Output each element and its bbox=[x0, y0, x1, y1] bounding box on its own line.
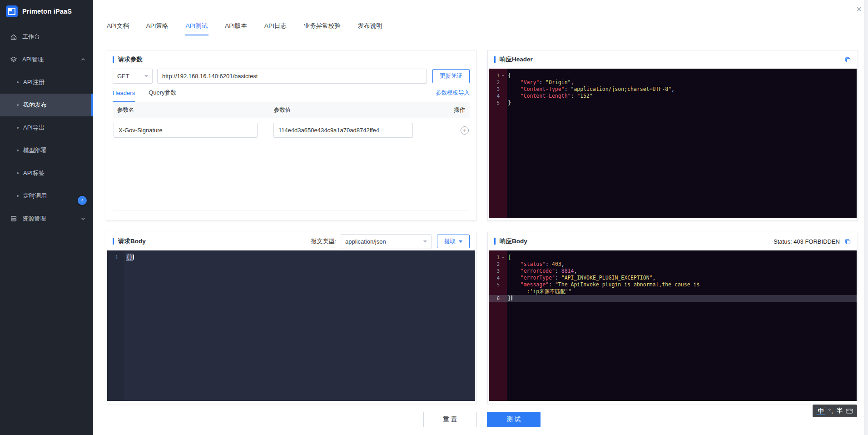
text-cursor bbox=[511, 295, 512, 300]
action-footer: 重 置 测 试 bbox=[106, 404, 858, 435]
subtab-query-params[interactable]: Query参数 bbox=[149, 84, 176, 102]
method-select[interactable]: GET bbox=[113, 69, 153, 84]
ime-width-mode[interactable]: 半 bbox=[837, 407, 843, 415]
sidebar-item-label: 工作台 bbox=[22, 33, 40, 41]
sidebar-item-api-register[interactable]: API注册 bbox=[0, 71, 93, 94]
fold-gutter bbox=[500, 268, 506, 275]
update-credential-button[interactable]: 更新凭证 bbox=[432, 69, 470, 83]
subtab-headers[interactable]: Headers bbox=[113, 84, 135, 102]
sidebar-item-label: API导出 bbox=[23, 124, 45, 132]
sidebar-item-my-publish[interactable]: 我的发布 bbox=[0, 94, 93, 116]
bullet-icon bbox=[17, 172, 19, 174]
extract-button[interactable]: 提取 bbox=[437, 235, 470, 248]
extract-label: 提取 bbox=[444, 238, 456, 245]
param-template-import-link[interactable]: 参数模板导入 bbox=[436, 89, 470, 97]
code-line: 1{} bbox=[107, 254, 475, 261]
code-line: 5 "message": "The ApiInvoke plugin is ab… bbox=[489, 281, 857, 288]
content-type-select[interactable]: application/json bbox=[341, 234, 432, 249]
copy-icon[interactable] bbox=[844, 56, 851, 63]
fold-caret-icon[interactable]: ▾ bbox=[500, 72, 506, 79]
title-accent-bar bbox=[494, 238, 496, 245]
server-icon bbox=[10, 215, 17, 222]
tab-business-exception-check[interactable]: 业务异常校验 bbox=[304, 22, 341, 35]
close-icon[interactable]: × bbox=[856, 5, 862, 14]
page-scrollbar-track[interactable] bbox=[864, 0, 868, 435]
sidebar-collapse-button[interactable]: ‹ bbox=[78, 196, 87, 205]
sidebar-item-api-tags[interactable]: API标签 bbox=[0, 162, 93, 185]
content-type-value: application/json bbox=[345, 238, 386, 245]
sidebar-item-api-management[interactable]: API管理 bbox=[0, 48, 93, 71]
sidebar-item-label: API注册 bbox=[23, 78, 45, 86]
panel-title: 响应Header bbox=[500, 55, 533, 64]
request-body-editor[interactable]: 1{} bbox=[107, 250, 475, 401]
code-line: 1▾{ bbox=[489, 254, 857, 261]
column-operations: 操作 bbox=[444, 106, 465, 114]
reset-button[interactable]: 重 置 bbox=[423, 412, 477, 427]
fold-gutter bbox=[500, 86, 506, 93]
sidebar-item-label: API管理 bbox=[22, 55, 44, 64]
app-screen: Primeton iPaaS 工作台 API管理 API注册 我的发布 bbox=[0, 0, 868, 435]
ime-punctuation-mode[interactable]: °, bbox=[828, 407, 834, 415]
panel-title: 请求参数 bbox=[118, 55, 143, 64]
ime-status-bar[interactable]: 中 °, 半 bbox=[813, 405, 858, 417]
keyboard-icon[interactable] bbox=[846, 408, 853, 414]
copy-icon[interactable] bbox=[844, 238, 851, 245]
response-body-editor[interactable]: 1▾{2 "status": 403,3 "errorCode": 8814,4… bbox=[489, 250, 857, 401]
chevron-down-icon bbox=[423, 240, 427, 243]
fold-gutter bbox=[500, 79, 506, 86]
app-logo: Primeton iPaaS bbox=[0, 0, 93, 23]
chevron-up-icon bbox=[80, 57, 86, 62]
fold-caret-icon[interactable]: ▾ bbox=[500, 254, 506, 261]
sidebar-item-label: 定时调用 bbox=[23, 192, 47, 200]
tab-api-log[interactable]: API日志 bbox=[264, 22, 287, 35]
param-name-input[interactable] bbox=[114, 123, 258, 138]
chevron-down-icon bbox=[144, 75, 148, 77]
param-table-header: 参数名 参数值 操作 bbox=[113, 102, 470, 118]
bullet-icon bbox=[17, 127, 19, 129]
api-management-submenu: API注册 我的发布 API导出 模型部署 API标签 bbox=[0, 71, 93, 207]
request-body-panel: 请求Body 报文类型: application/json 提取 1{} bbox=[106, 232, 476, 404]
param-table-row: + bbox=[113, 123, 470, 138]
code-line: 6} bbox=[489, 295, 857, 302]
tab-release-notes[interactable]: 发布说明 bbox=[358, 22, 382, 35]
code-line: 2 "Vary": "Origin", bbox=[489, 79, 857, 86]
sidebar-item-workbench[interactable]: 工作台 bbox=[0, 25, 93, 48]
home-icon bbox=[10, 33, 17, 40]
chevron-down-icon bbox=[459, 240, 462, 243]
sidebar-item-model-deploy[interactable]: 模型部署 bbox=[0, 139, 93, 162]
bullet-icon bbox=[17, 150, 19, 151]
code-line: 4 "errorType": "API_INVOKE_PLUGIN_EXCEPT… bbox=[489, 275, 857, 281]
api-detail-drawer: × API文档 API策略 API测试 API版本 API日志 业务异常校验 发… bbox=[93, 0, 868, 435]
url-input[interactable] bbox=[157, 69, 427, 84]
title-accent-bar bbox=[113, 56, 114, 63]
response-header-editor[interactable]: 1▾{2 "Vary": "Origin",3 "Content-Type": … bbox=[489, 69, 857, 218]
tab-content: 请求参数 GET 更新凭证 Headers bbox=[93, 40, 868, 435]
code-line: 2 "status": 403, bbox=[489, 261, 857, 268]
content-type-label: 报文类型: bbox=[311, 237, 336, 245]
panel-title: 响应Body bbox=[500, 237, 527, 245]
fold-gutter bbox=[118, 254, 125, 261]
tab-api-version[interactable]: API版本 bbox=[225, 22, 247, 35]
response-status: Status: 403 FORBIDDEN bbox=[774, 238, 840, 245]
fold-gutter bbox=[500, 288, 506, 295]
column-param-name: 参数名 bbox=[117, 106, 274, 114]
method-value: GET bbox=[117, 73, 129, 80]
sidebar-item-label: 我的发布 bbox=[23, 101, 47, 109]
test-button[interactable]: 测 试 bbox=[487, 412, 541, 427]
ime-language-mode[interactable]: 中 bbox=[817, 407, 825, 415]
tab-api-test[interactable]: API测试 bbox=[186, 22, 208, 35]
sidebar-item-api-export[interactable]: API导出 bbox=[0, 116, 93, 139]
tab-api-doc[interactable]: API文档 bbox=[107, 22, 129, 35]
code-line: 5} bbox=[489, 100, 857, 106]
fold-gutter bbox=[500, 261, 506, 268]
layers-icon bbox=[10, 56, 17, 63]
sidebar: Primeton iPaaS 工作台 API管理 API注册 我的发布 bbox=[0, 0, 93, 435]
add-param-icon[interactable]: + bbox=[461, 126, 469, 135]
title-accent-bar bbox=[113, 238, 114, 245]
bullet-icon bbox=[17, 195, 19, 197]
sidebar-item-resource-management[interactable]: 资源管理 bbox=[0, 207, 93, 230]
tab-api-policy[interactable]: API策略 bbox=[146, 22, 169, 35]
param-value-input[interactable] bbox=[273, 123, 413, 138]
request-params-panel: 请求参数 GET 更新凭证 Headers bbox=[106, 50, 476, 221]
sidebar-item-label: 模型部署 bbox=[23, 146, 47, 155]
